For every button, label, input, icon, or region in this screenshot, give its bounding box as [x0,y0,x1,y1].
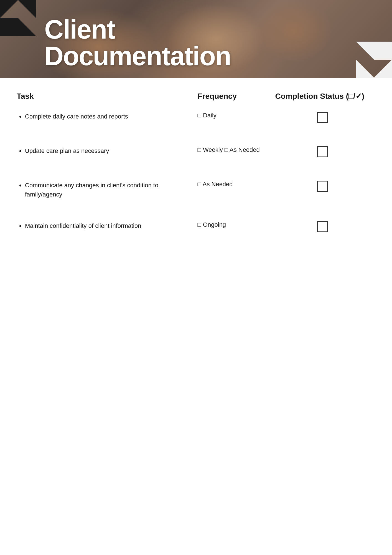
header-frequency: Frequency [198,92,275,106]
task-cell: Communicate any changes in client's cond… [17,175,198,205]
table-row: Communicate any changes in client's cond… [17,175,375,205]
completion-cell[interactable] [275,216,375,239]
main-content: Task Frequency Completion Status (□/✓) C… [0,78,392,256]
completion-cell[interactable] [275,175,375,205]
task-cell: Maintain confidentiality of client infor… [17,216,198,239]
task-cell: Complete daily care notes and reports [17,106,198,130]
completion-cell[interactable] [275,106,375,130]
completion-checkbox[interactable] [317,181,328,192]
hero-title-line2: Documentation [44,43,231,69]
completion-checkbox[interactable] [317,221,328,232]
table-row: Complete daily care notes and reports□ D… [17,106,375,130]
row-spacer [17,164,375,175]
row-spacer [17,130,375,141]
row-spacer [17,205,375,216]
frequency-cell: □ Weekly □ As Needed [198,141,275,164]
hero-section: Client Documentation [0,0,392,78]
task-table: Task Frequency Completion Status (□/✓) C… [17,92,375,239]
corner-decoration-top-left [0,0,36,36]
frequency-cell: □ Daily [198,106,275,130]
task-item: Update care plan as necessary [25,146,192,155]
completion-checkbox[interactable] [317,146,328,157]
table-row: Update care plan as necessary□ Weekly □ … [17,141,375,164]
frequency-cell: □ Ongoing [198,216,275,239]
header-completion: Completion Status (□/✓) [275,92,375,106]
task-item: Communicate any changes in client's cond… [25,181,192,199]
task-item: Maintain confidentiality of client infor… [25,221,192,230]
task-item: Complete daily care notes and reports [25,112,192,121]
task-cell: Update care plan as necessary [17,141,198,164]
header-task: Task [17,92,198,106]
completion-checkbox[interactable] [317,112,328,123]
table-row: Maintain confidentiality of client infor… [17,216,375,239]
completion-cell[interactable] [275,141,375,164]
hero-title: Client Documentation [44,16,231,69]
frequency-cell: □ As Needed [198,175,275,205]
corner-decoration-bottom-right [356,42,392,78]
hero-title-line1: Client [44,16,231,43]
